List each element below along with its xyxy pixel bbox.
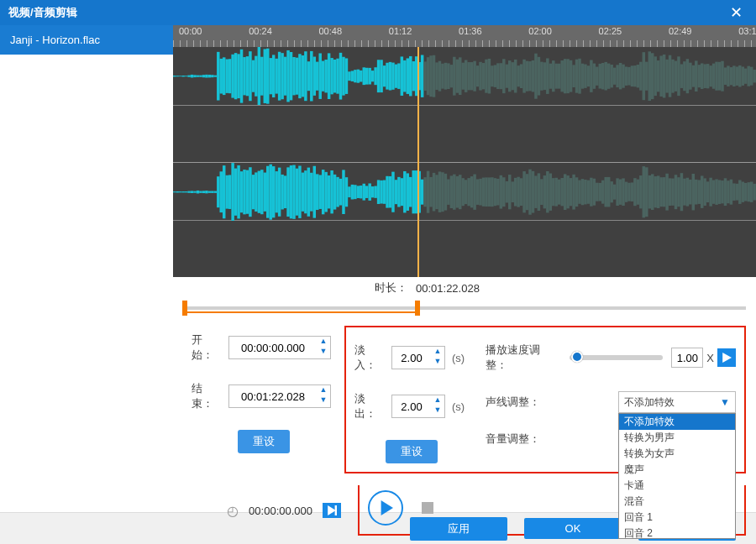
svg-rect-315: [508, 175, 511, 209]
close-icon[interactable]: ✕: [725, 3, 748, 22]
speed-value-input[interactable]: [671, 348, 703, 368]
voice-option[interactable]: 转换为女声: [619, 446, 735, 462]
end-time-input[interactable]: ▲▼: [228, 384, 331, 408]
svg-rect-177: [689, 63, 691, 90]
fadein-input[interactable]: ▲▼: [391, 346, 445, 369]
svg-rect-255: [333, 175, 336, 210]
speed-value-field[interactable]: [672, 352, 702, 364]
svg-rect-88: [429, 55, 432, 97]
voice-option[interactable]: 混音: [619, 494, 735, 510]
voice-option[interactable]: 转换为男声: [619, 430, 735, 446]
svg-rect-382: [703, 178, 706, 206]
svg-rect-167: [659, 55, 662, 96]
svg-rect-149: [607, 64, 610, 89]
svg-rect-359: [637, 180, 639, 205]
start-time-field[interactable]: [229, 342, 317, 354]
svg-rect-176: [686, 59, 689, 93]
svg-rect-186: [715, 62, 717, 91]
svg-rect-60: [348, 71, 350, 81]
voice-select[interactable]: 不添加特效 ▼: [618, 391, 736, 413]
svg-rect-113: [502, 59, 505, 93]
ok-button[interactable]: OK: [524, 518, 622, 539]
svg-rect-20: [231, 55, 234, 98]
svg-rect-249: [316, 174, 318, 210]
speed-slider-thumb[interactable]: [571, 351, 583, 363]
ruler-tick: 03:13: [738, 26, 756, 36]
sidebar-item-file[interactable]: Janji - Horizon.flac: [0, 25, 173, 55]
start-spinner[interactable]: ▲▼: [317, 337, 330, 358]
svg-rect-76: [395, 65, 397, 88]
reset-time-button[interactable]: 重设: [238, 430, 290, 453]
svg-rect-8: [197, 76, 199, 77]
svg-rect-248: [313, 166, 316, 218]
timeline-ruler[interactable]: 00:0000:2400:4801:1201:3602:0002:2502:49…: [173, 25, 756, 47]
dropdown-arrow-icon: ▼: [720, 396, 730, 408]
selection-handle-end[interactable]: [415, 301, 420, 316]
svg-rect-71: [380, 60, 382, 92]
svg-rect-212: [208, 191, 211, 193]
voice-option[interactable]: 回音 1: [619, 510, 735, 526]
fadein-spinner[interactable]: ▲▼: [431, 348, 444, 368]
preview-speed-play-icon[interactable]: [717, 348, 736, 367]
svg-rect-334: [564, 174, 566, 210]
svg-rect-344: [593, 179, 596, 206]
svg-rect-31: [264, 49, 266, 103]
fadeout-field[interactable]: [392, 400, 431, 413]
end-spinner[interactable]: ▲▼: [317, 386, 330, 406]
selection-handle-start[interactable]: [182, 301, 187, 316]
svg-rect-26: [249, 51, 251, 101]
fadeout-input[interactable]: ▲▼: [391, 395, 445, 418]
voice-option[interactable]: 回音 2: [619, 526, 735, 539]
end-time-field[interactable]: [229, 390, 317, 403]
svg-rect-323: [532, 171, 534, 213]
speed-slider[interactable]: [570, 355, 663, 360]
voice-dropdown[interactable]: 不添加特效转换为男声转换为女声魔声卡通混音回音 1回音 2: [618, 413, 736, 539]
voice-option[interactable]: 卡通: [619, 478, 735, 494]
svg-rect-276: [395, 180, 397, 204]
playhead[interactable]: [417, 47, 419, 277]
svg-rect-100: [465, 60, 467, 92]
duration-label: 时长：: [375, 280, 407, 296]
svg-rect-145: [596, 67, 598, 86]
svg-rect-7: [193, 75, 196, 77]
svg-rect-234: [272, 166, 275, 217]
svg-rect-348: [604, 177, 606, 207]
marker-icon[interactable]: [323, 503, 341, 518]
svg-rect-4: [185, 76, 187, 76]
fadein-field[interactable]: [392, 352, 431, 364]
svg-rect-263: [357, 186, 360, 198]
fadeout-spinner[interactable]: ▲▼: [431, 396, 444, 416]
svg-rect-179: [695, 60, 697, 92]
svg-rect-343: [590, 178, 592, 207]
selection-bar[interactable]: [183, 301, 746, 316]
svg-rect-328: [546, 171, 549, 212]
waveform-display[interactable]: [173, 47, 756, 277]
voice-option[interactable]: 不添加特效: [619, 414, 735, 430]
svg-rect-380: [698, 180, 701, 203]
svg-rect-141: [584, 65, 586, 88]
svg-rect-28: [255, 56, 257, 97]
play-button[interactable]: [368, 490, 403, 526]
svg-rect-41: [292, 57, 295, 95]
svg-rect-136: [570, 60, 572, 92]
svg-rect-74: [389, 62, 391, 91]
voice-option[interactable]: 魔声: [619, 462, 735, 478]
start-time-input[interactable]: ▲▼: [228, 336, 331, 359]
svg-rect-51: [322, 61, 324, 92]
apply-button[interactable]: 应用: [410, 517, 507, 541]
svg-rect-52: [324, 60, 327, 92]
fadeout-label: 淡出：: [354, 391, 385, 421]
svg-rect-241: [292, 165, 295, 219]
svg-rect-305: [479, 179, 481, 206]
svg-rect-72: [383, 65, 386, 86]
svg-rect-94: [447, 63, 449, 89]
svg-rect-44: [302, 55, 304, 97]
svg-rect-195: [742, 66, 744, 85]
svg-rect-353: [619, 180, 622, 205]
stop-button[interactable]: [422, 502, 433, 514]
svg-rect-303: [473, 175, 475, 210]
sidebar: Janji - Horizon.flac: [0, 25, 173, 512]
reset-fade-button[interactable]: 重设: [386, 440, 438, 463]
svg-rect-0: [173, 76, 176, 76]
svg-rect-182: [703, 64, 706, 88]
